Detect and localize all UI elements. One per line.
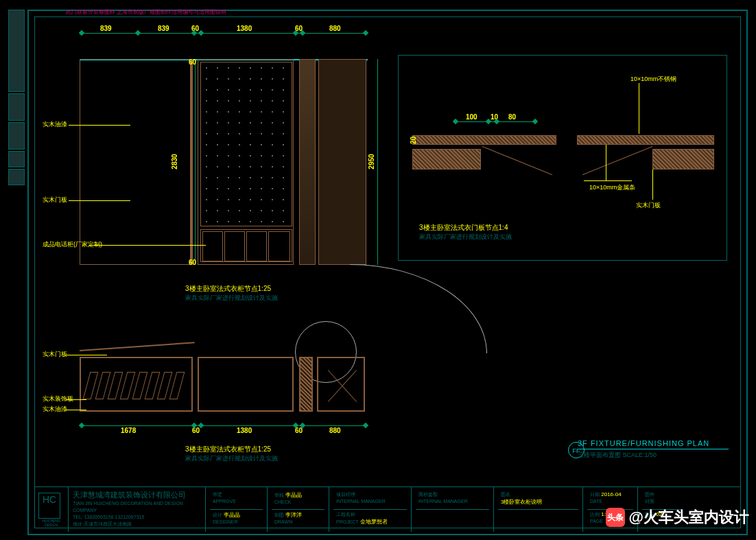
company-name-cn: 天津慧城湾建筑装饰设计有限公司 — [73, 490, 201, 500]
caption-detail-title: 3楼主卧室法式衣门板节点1:4 — [419, 223, 508, 233]
company-name-en: TIAN JIN HUICHENG DECORATION AND DESIGN … — [73, 500, 201, 514]
header-note: 此门联窗分装修图样 上海市制版厂规图制作活用编号与活用图说明 — [66, 8, 226, 16]
dim-top-2: 839 — [158, 25, 169, 32]
watermark-icon: 头条 — [606, 508, 625, 527]
sheet-title-cn: 三楼平面布置图 SCALE:1/50 — [578, 451, 729, 460]
dim-top-1: 839 — [100, 25, 112, 32]
plan-right-box — [317, 357, 365, 412]
dim-detail-1: 100 — [466, 113, 477, 121]
dim-bot-5: 880 — [329, 427, 341, 434]
caption-plan-sub: 家具实际厂家进行规划设计及实施 — [185, 454, 278, 463]
caption-detail-sub: 家具实际厂家进行规划设计及实施 — [419, 233, 512, 242]
company-tel: TEL: 13820593158 13212097315 — [73, 514, 201, 521]
label-detail-r1: 10×10mm不锈钢 — [630, 75, 676, 84]
label-detail-r3: 实木门板 — [636, 201, 661, 210]
hangers — [84, 365, 190, 406]
dim-height-right: 2950 — [368, 154, 375, 169]
logo-cell: HC HUICHENG DESIGN — [34, 487, 69, 532]
watermark: 头条 @火车头室内设计 — [606, 507, 749, 528]
section-band-left — [412, 135, 556, 145]
dim-line-top — [80, 33, 368, 34]
company-addr: 地址:天津市河西区大沽南路 — [73, 521, 201, 528]
label-elev-2: 实木门板 — [43, 196, 67, 204]
caption-elev-sub: 家具实际厂家进行规划设计及实施 — [185, 294, 278, 303]
label-detail-r2: 10×10mm金属条 — [589, 183, 635, 192]
label-plan-1: 实木门板 — [43, 350, 67, 359]
sheet-title: 3F FIXTURE/FURNISHING PLAN 三楼平面布置图 SCALE… — [578, 439, 729, 460]
caption-plan-title: 3楼主卧室法式衣柜节点1:25 — [185, 445, 271, 454]
panel-right — [318, 59, 366, 265]
dim-bot-1: 1678 — [121, 427, 136, 434]
x-mark-icon — [321, 361, 364, 410]
dim-top-4: 1380 — [237, 25, 252, 32]
section-band-right — [577, 135, 714, 145]
elevation-view — [80, 59, 368, 265]
watermark-text: @火车头室内设计 — [629, 507, 749, 528]
dim-height-left: 2830 — [171, 154, 178, 169]
sheet-title-en: 3F FIXTURE/FURNISHING PLAN — [578, 439, 729, 447]
label-elev-1: 实木油漆 — [43, 120, 67, 129]
logo-icon: HC — [38, 493, 60, 519]
dim-line-bottom — [80, 425, 368, 426]
tb-col-2: 审核 李晶晶CHECK 制图 李洋洋DRAWN — [268, 487, 329, 532]
detail-box: 100 10 80 20 10×10mm不锈钢 10×10mm金属条 实木门板 … — [398, 55, 727, 261]
diamond-upholstery — [200, 62, 292, 226]
plan-wardrobe-box — [80, 357, 193, 412]
dim-bot-3: 1380 — [237, 427, 252, 434]
cabinet-low — [200, 229, 292, 262]
dim-detail-left: 20 — [410, 137, 417, 144]
dim-small-bottom: 60 — [189, 259, 196, 266]
plan-section — [80, 357, 368, 419]
dim-small-top: 60 — [189, 58, 196, 66]
dim-line-right-v — [377, 59, 378, 265]
tb-col-4: 面积套型INTERNAL MANAGER — [412, 487, 494, 532]
label-plan-3: 实木油漆 — [43, 405, 67, 414]
caption-elev-title: 3楼主卧室法式衣柜节点1:25 — [185, 284, 271, 294]
tb-col-1: 审定APPROVE 设计 李晶晶DESIGNER — [206, 487, 268, 532]
sidebar-ruler — [8, 10, 25, 535]
tb-col-3: 项目经理INTERNAL MANAGER 工程名称PROJECT 金地梦想者 — [329, 487, 412, 532]
tb-col-5: 图名3楼卧室衣柜说明 — [494, 487, 583, 532]
dim-top-6: 880 — [329, 25, 341, 32]
plan-center-box — [198, 357, 294, 412]
company-cell: 天津慧城湾建筑装饰设计有限公司 TIAN JIN HUICHENG DECORA… — [69, 487, 206, 532]
dim-detail-3: 80 — [508, 113, 516, 121]
door-glass-panel — [299, 59, 316, 265]
dim-line-left-v — [195, 59, 196, 265]
